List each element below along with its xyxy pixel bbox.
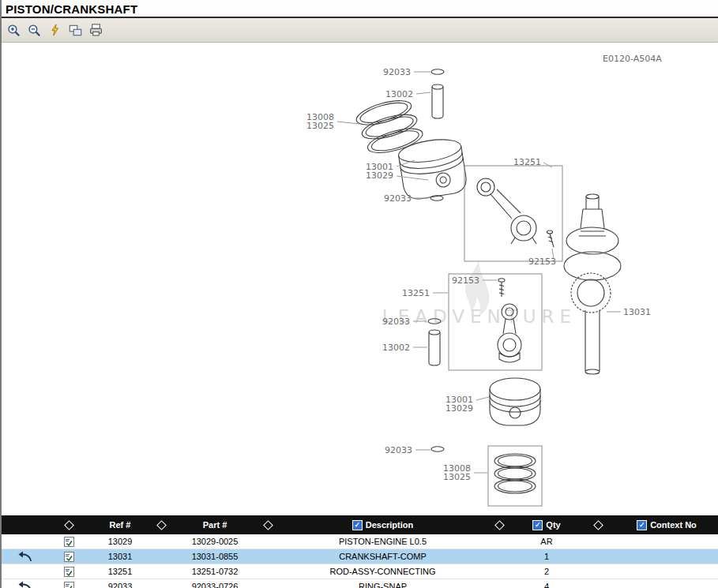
cell-gap bbox=[487, 549, 511, 564]
table-row[interactable]: 1303113031-0855CRANKSHAFT-COMP1 bbox=[2, 549, 718, 564]
part-label[interactable]: 13029 bbox=[445, 403, 473, 414]
cell-gap bbox=[582, 549, 614, 564]
cell-qty: AR bbox=[511, 534, 582, 549]
cell-qty: 1 bbox=[511, 549, 582, 564]
part-label[interactable]: 92153 bbox=[452, 275, 479, 286]
sort-icon[interactable] bbox=[582, 515, 614, 534]
page-title: PISTON/CRANKSHAFT bbox=[6, 2, 718, 16]
cell-description[interactable]: PISTON-ENGINE L0.5 bbox=[278, 534, 487, 549]
cell-part[interactable]: 13031-0855 bbox=[171, 549, 258, 564]
part-label[interactable]: 13029 bbox=[366, 170, 393, 181]
cell-gap bbox=[487, 534, 511, 549]
cell-description[interactable]: ROD-ASSY-CONNECTING bbox=[278, 564, 487, 579]
cell-part[interactable]: 92033-0726 bbox=[171, 579, 258, 588]
part-label[interactable]: 13002 bbox=[382, 343, 410, 353]
table-body: 1302913029-0025PISTON-ENGINE L0.5AR13031… bbox=[2, 534, 718, 588]
parts-table: Ref # Part # ✓ Description ✓ Qty ✓ Conte… bbox=[2, 515, 718, 588]
diagram-area: LEADVENTURE E0120-A504A bbox=[2, 43, 718, 515]
title-bar: PISTON/CRANKSHAFT bbox=[2, 0, 718, 17]
part-label[interactable]: 13025 bbox=[443, 472, 471, 482]
cell-ref[interactable]: 13251 bbox=[88, 564, 152, 579]
context-checkbox[interactable]: ✓ bbox=[637, 520, 647, 530]
qty-checkbox[interactable]: ✓ bbox=[532, 520, 543, 530]
cell-qty: 4 bbox=[511, 579, 582, 588]
part-label[interactable]: 13002 bbox=[385, 89, 413, 99]
cell-gap bbox=[258, 534, 278, 549]
diagram-toolbar bbox=[2, 18, 718, 43]
cell-gap bbox=[582, 534, 614, 549]
sort-icon[interactable] bbox=[487, 515, 511, 534]
cell-context bbox=[614, 564, 718, 579]
table-row[interactable]: 9203392033-0726RING-SNAP4 bbox=[2, 579, 718, 588]
cell-gap bbox=[582, 564, 614, 579]
description-checkbox[interactable]: ✓ bbox=[352, 520, 363, 530]
part-label[interactable]: 92033 bbox=[383, 67, 411, 77]
zoom-out-icon[interactable] bbox=[26, 22, 42, 38]
zoom-in-icon[interactable] bbox=[6, 22, 21, 38]
table-header: Ref # Part # ✓ Description ✓ Qty ✓ Conte… bbox=[2, 515, 718, 534]
row-doc-icon[interactable] bbox=[49, 549, 88, 564]
drawing-code: E0120-A504A bbox=[603, 54, 662, 64]
row-doc-icon[interactable] bbox=[49, 534, 88, 549]
windows-icon[interactable] bbox=[67, 22, 83, 38]
cell-context bbox=[614, 579, 718, 588]
header-description[interactable]: ✓ Description bbox=[278, 515, 487, 534]
cell-gap bbox=[152, 534, 171, 549]
cell-gap bbox=[152, 579, 171, 588]
cell-part[interactable]: 13029-0025 bbox=[171, 534, 258, 549]
part-label[interactable]: 92033 bbox=[384, 193, 412, 204]
cell-gap bbox=[258, 549, 278, 564]
parts-catalog-page: { "page": { "title": "PISTON/CRANKSHAFT"… bbox=[0, 0, 718, 588]
part-label[interactable]: 13251 bbox=[513, 157, 541, 167]
part-label[interactable]: 13031 bbox=[623, 307, 651, 317]
header-context[interactable]: ✓ Context No bbox=[614, 515, 718, 534]
leader-line bbox=[397, 176, 428, 180]
back-arrow-icon[interactable] bbox=[2, 579, 49, 588]
cell-gap bbox=[582, 579, 614, 588]
back-arrow-icon[interactable] bbox=[2, 549, 49, 564]
cell-description[interactable]: CRANKSHAFT-COMP bbox=[278, 549, 487, 564]
table-row[interactable]: 1325113251-0732ROD-ASSY-CONNECTING2 bbox=[2, 564, 718, 579]
leader-line bbox=[476, 397, 489, 400]
leader-line bbox=[337, 122, 359, 124]
cell-gap bbox=[258, 579, 278, 588]
leader-line bbox=[416, 92, 430, 94]
row-spacer bbox=[2, 564, 49, 579]
sort-icon[interactable] bbox=[49, 515, 88, 534]
cell-context bbox=[614, 549, 718, 564]
part-label[interactable]: 92033 bbox=[385, 445, 412, 455]
cell-gap bbox=[258, 564, 278, 579]
part-label[interactable]: 92153 bbox=[528, 257, 556, 267]
header-part[interactable]: Part # bbox=[171, 515, 258, 534]
cell-description[interactable]: RING-SNAP bbox=[278, 579, 487, 588]
cell-context bbox=[614, 534, 718, 549]
cell-ref[interactable]: 13029 bbox=[88, 534, 152, 549]
cell-gap bbox=[152, 549, 171, 564]
part-label[interactable]: 92033 bbox=[382, 316, 410, 327]
header-spacer bbox=[2, 515, 49, 534]
cell-ref[interactable]: 92033 bbox=[88, 579, 152, 588]
part-label[interactable]: 13025 bbox=[306, 121, 334, 131]
table-row[interactable]: 1302913029-0025PISTON-ENGINE L0.5AR bbox=[2, 534, 718, 549]
header-qty[interactable]: ✓ Qty bbox=[511, 515, 582, 534]
leader-line bbox=[543, 163, 552, 167]
sort-icon[interactable] bbox=[152, 515, 171, 534]
row-spacer bbox=[2, 534, 49, 549]
cell-part[interactable]: 13251-0732 bbox=[171, 564, 258, 579]
cell-gap bbox=[487, 579, 511, 588]
header-ref[interactable]: Ref # bbox=[88, 515, 152, 534]
watermark-text: LEADVENTURE bbox=[382, 306, 577, 327]
cell-gap bbox=[152, 564, 171, 579]
cell-ref[interactable]: 13031 bbox=[88, 549, 152, 564]
sort-icon[interactable] bbox=[258, 515, 278, 534]
measure-icon[interactable] bbox=[47, 22, 62, 38]
print-icon[interactable] bbox=[88, 22, 103, 38]
row-doc-icon[interactable] bbox=[49, 564, 88, 579]
cell-qty: 2 bbox=[511, 564, 582, 579]
cell-gap bbox=[487, 564, 511, 579]
row-doc-icon[interactable] bbox=[49, 579, 88, 588]
part-label[interactable]: 13251 bbox=[402, 288, 430, 298]
parts-diagram: LEADVENTURE E0120-A504A bbox=[2, 43, 718, 515]
